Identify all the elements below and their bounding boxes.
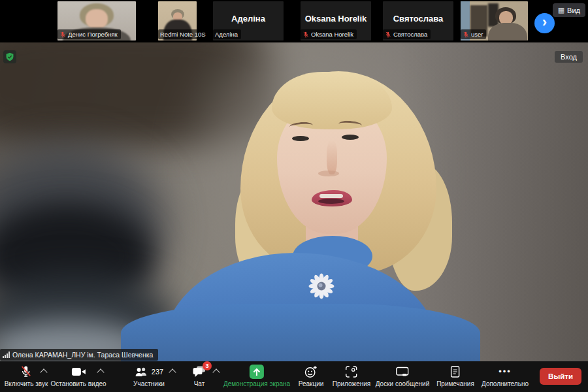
- share-screen-label: Демонстрация экрана: [223, 380, 290, 387]
- participant-tile-name[interactable]: Oksana Horelik Oksana Horelik: [301, 1, 371, 41]
- speaker-name-label: Олена КАРАМАН_ЛНУ ім. Тараса Шевченка: [0, 349, 158, 361]
- reactions-button[interactable]: Реакции: [299, 361, 324, 392]
- notes-button[interactable]: Примечания: [436, 361, 474, 392]
- participants-options-chevron[interactable]: [169, 368, 176, 376]
- chat-unread-badge: 3: [203, 361, 212, 370]
- participants-label: Участники: [133, 380, 165, 387]
- participant-filmstrip: Денис Погребняк Redmi Note 10S Аделіна А…: [0, 0, 588, 42]
- participant-name-label: Oksana Horelik: [301, 29, 357, 39]
- unmute-label: Включить звук: [5, 380, 48, 387]
- apps-button[interactable]: Приложения: [333, 361, 371, 392]
- participant-name-label: Аделіна: [213, 29, 241, 39]
- chat-label: Чат: [194, 380, 205, 387]
- camera-icon: [71, 367, 86, 377]
- participant-name-label: user: [461, 29, 486, 39]
- join-button[interactable]: Вход: [555, 51, 583, 63]
- meeting-toolbar: Включить звук Остановить видео: [0, 361, 588, 392]
- participant-name-label: Святослава: [383, 29, 431, 39]
- participant-name: Святослава: [393, 31, 427, 38]
- security-button[interactable]: [3, 50, 16, 63]
- connection-signal-icon: [3, 351, 10, 358]
- flower-brooch: [308, 272, 335, 300]
- notes-label: Примечания: [436, 380, 474, 387]
- speaker-name: Олена КАРАМАН_ЛНУ ім. Тараса Шевченка: [12, 351, 153, 359]
- participant-tile-name[interactable]: Аделіна Аделіна: [213, 1, 284, 41]
- more-dots-icon: •••: [498, 365, 512, 378]
- apps-icon: [346, 366, 357, 378]
- whiteboard-icon: [396, 367, 409, 378]
- gallery-view-icon: ▦: [558, 7, 564, 14]
- smiley-reactions-icon: [304, 365, 318, 378]
- muted-mic-icon: [302, 31, 309, 38]
- reactions-label: Реакции: [299, 380, 324, 387]
- notes-icon: [450, 366, 460, 378]
- participants-icon: [135, 367, 149, 377]
- muted-mic-icon: [385, 31, 391, 38]
- participant-tile-name[interactable]: Святослава Святослава: [383, 1, 453, 41]
- view-button-label: Вид: [567, 7, 580, 14]
- muted-mic-icon: [463, 31, 469, 38]
- participant-tile-video[interactable]: Денис Погребняк: [57, 1, 136, 41]
- muted-mic-icon: [59, 31, 66, 38]
- participant-tile-video[interactable]: user: [461, 1, 528, 41]
- whiteboards-label: Доски сообщений: [376, 380, 430, 387]
- chevron-right-icon: ›: [542, 15, 547, 29]
- share-screen-button[interactable]: Демонстрация экрана: [223, 361, 290, 392]
- participant-name: Oksana Horelik: [311, 31, 353, 38]
- chat-button[interactable]: 3 Чат: [193, 361, 206, 392]
- participant-tile-video[interactable]: Redmi Note 10S: [158, 1, 197, 41]
- share-screen-icon: [250, 365, 264, 379]
- participant-name: Redmi Note 10S: [160, 31, 206, 38]
- stop-video-button[interactable]: Остановить видео: [50, 361, 106, 392]
- participants-count: 237: [152, 368, 163, 376]
- security-shield-icon: [5, 52, 14, 61]
- more-button[interactable]: ••• Дополнительно: [482, 361, 529, 392]
- chat-options-chevron[interactable]: [212, 368, 220, 376]
- speaker-sweater: [121, 304, 480, 361]
- participant-name: user: [471, 31, 483, 38]
- leave-meeting-button[interactable]: Выйти: [540, 368, 581, 385]
- stop-video-label: Остановить видео: [50, 380, 106, 387]
- whiteboards-button[interactable]: Доски сообщений: [376, 361, 430, 392]
- more-label: Дополнительно: [482, 380, 529, 387]
- next-page-button[interactable]: ›: [534, 13, 555, 33]
- main-speaker-video: Вход Олена КАРАМАН_ЛНУ ім. Тараса Шевчен…: [0, 42, 588, 361]
- unmute-button[interactable]: Включить звук: [5, 361, 48, 392]
- participant-name: Аделіна: [215, 31, 238, 38]
- mic-muted-icon: [20, 365, 33, 378]
- participant-name: Денис Погребняк: [68, 31, 118, 38]
- view-button[interactable]: ▦ Вид: [553, 3, 585, 17]
- participants-button[interactable]: 237 Участники: [133, 361, 165, 392]
- participant-name-label: Redmi Note 10S: [158, 29, 209, 39]
- apps-label: Приложения: [333, 380, 371, 387]
- participant-name-label: Денис Погребняк: [57, 29, 121, 39]
